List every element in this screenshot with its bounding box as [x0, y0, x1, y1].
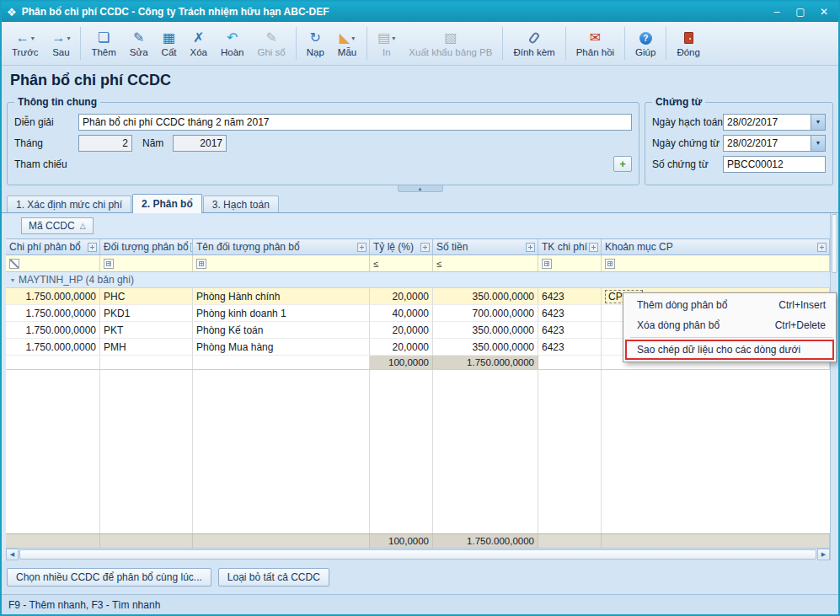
vertical-scrollbar: [830, 213, 838, 560]
menu-item-them-dong-phan-bo[interactable]: Thêm dòng phân bổ Ctrl+Insert: [625, 295, 834, 315]
window-controls: – ▢ ✕: [766, 4, 835, 19]
export-icon: ▧: [444, 29, 457, 46]
column-header[interactable]: Khoản mục CP: [602, 239, 830, 254]
ngay-chung-tu-field: ▼: [723, 135, 826, 152]
column-filter-icon[interactable]: [88, 243, 97, 252]
group-row[interactable]: ▾ MAYTINH_HP (4 bản ghi): [6, 272, 830, 288]
post-ledger-icon: ✎: [265, 29, 276, 46]
filter-row: ≤ ≤: [6, 255, 830, 272]
toolbar-button-xuat-khau-bang-pb: ▧ Xuất khẩu bảng PB: [402, 24, 499, 63]
filter-menu-icon[interactable]: [605, 259, 615, 269]
save-icon: ▦: [163, 29, 175, 46]
toolbar-button-hoan[interactable]: ↶ Hoàn: [214, 24, 251, 63]
back-icon: ←: [16, 29, 29, 46]
toolbar-button-dinh-kem[interactable]: Đính kèm: [506, 24, 561, 63]
column-filter-icon[interactable]: [357, 243, 366, 252]
maximize-button[interactable]: ▢: [789, 4, 811, 19]
filter-menu-icon[interactable]: [542, 259, 552, 269]
add-reference-button[interactable]: +: [613, 156, 632, 172]
reload-icon: ↻: [310, 29, 321, 46]
column-header[interactable]: TK chi phí: [538, 239, 602, 254]
splitter-collapse-button[interactable]: ▴: [398, 185, 443, 192]
tab-page-phan-bo: Mã CCDC △ Chi phí phân bổ Đối tượng phân…: [2, 212, 838, 560]
column-header[interactable]: Tên đối tượng phân bổ: [193, 239, 370, 254]
window-title: Phân bổ chi phí CCDC - Công ty Trách nhi…: [22, 6, 766, 18]
ngay-chung-tu-input[interactable]: [723, 135, 811, 152]
close-button[interactable]: ✕: [813, 4, 835, 19]
select-all-filter-icon[interactable]: [9, 259, 19, 269]
column-header[interactable]: Đối tượng phân bổ: [100, 239, 193, 254]
filter-menu-icon[interactable]: [104, 259, 114, 269]
toolbar-button-mau[interactable]: ◣▾ Mẫu: [331, 24, 363, 63]
filter-operator[interactable]: ≤: [373, 259, 378, 269]
filter-menu-icon[interactable]: [196, 259, 206, 269]
undo-icon: ↶: [227, 29, 238, 46]
group-collapse-icon[interactable]: ▾: [11, 276, 14, 284]
toolbar-button-phan-hoi[interactable]: ✉ Phản hồi: [570, 24, 621, 63]
toolbar-button-sau[interactable]: →▾ Sau: [45, 24, 77, 63]
column-filter-icon[interactable]: [817, 243, 827, 252]
ngay-hach-toan-label: Ngày hạch toán: [652, 116, 723, 128]
toolbar-button-ghi-so: ✎ Ghi sổ: [250, 24, 292, 63]
column-filter-icon[interactable]: [526, 243, 535, 252]
toolbar-button-giup[interactable]: ? Giúp: [629, 24, 662, 63]
toolbar-button-xoa[interactable]: ✗ Xóa: [184, 24, 214, 63]
tab-strip: 1. Xác định mức chi phí 2. Phân bổ 3. Hạ…: [2, 192, 838, 212]
menu-separator: [630, 337, 832, 338]
column-header[interactable]: Tỷ lệ (%): [370, 239, 433, 254]
toolbar-button-sua[interactable]: ✎ Sửa: [123, 24, 155, 63]
top-panels: Thông tin chung Diễn giải Tháng Năm Tham…: [2, 96, 838, 185]
toolbar-separator: [666, 27, 666, 60]
toolbar-button-dong[interactable]: Đóng: [670, 24, 707, 63]
date-dropdown-icon[interactable]: ▼: [811, 135, 826, 152]
column-header[interactable]: Số tiền: [433, 239, 538, 254]
delete-icon: ✗: [193, 29, 204, 46]
toolbar-button-truoc[interactable]: ←▾ Trước: [5, 24, 45, 63]
menu-item-xoa-dong-phan-bo[interactable]: Xóa dòng phân bổ Ctrl+Delete: [625, 315, 834, 335]
column-header[interactable]: Chi phí phân bổ: [6, 239, 100, 254]
column-filter-icon[interactable]: [420, 243, 430, 252]
ngay-hach-toan-input[interactable]: [723, 114, 811, 131]
toolbar-button-nap[interactable]: ↻ Nạp: [300, 24, 331, 63]
remove-all-ccdc-button[interactable]: Loại bỏ tất cả CCDC: [218, 568, 329, 587]
column-filter-icon[interactable]: [589, 243, 598, 252]
toolbar-button-cat[interactable]: ▦ Cất: [155, 24, 184, 63]
footer-actions: Chọn nhiều CCDC để phân bổ cùng lúc... L…: [2, 560, 838, 594]
filter-operator[interactable]: ≤: [436, 259, 441, 269]
thang-input[interactable]: [78, 135, 132, 152]
select-multiple-ccdc-button[interactable]: Chọn nhiều CCDC để phân bổ cùng lúc...: [7, 568, 211, 587]
horizontal-scrollbar: ◀ ▶: [6, 548, 830, 560]
minimize-button[interactable]: –: [766, 4, 788, 19]
nam-input[interactable]: [173, 135, 227, 152]
group-by-panel: Mã CCDC △: [6, 213, 830, 238]
so-chung-tu-input[interactable]: [723, 156, 826, 173]
scrollbar-thumb[interactable]: [832, 214, 837, 273]
title-bar[interactable]: ❖ Phân bổ chi phí CCDC - Công ty Trách n…: [2, 2, 838, 22]
add-document-icon: ❏: [98, 29, 110, 46]
tab-phan-bo[interactable]: 2. Phân bổ: [132, 194, 202, 213]
group-by-chip[interactable]: Mã CCDC △: [21, 217, 94, 234]
nam-label: Năm: [142, 137, 173, 149]
grid-empty-area: [6, 370, 830, 533]
context-menu: Thêm dòng phân bổ Ctrl+Insert Xóa dòng p…: [623, 292, 837, 362]
toolbar-separator: [296, 27, 297, 60]
thang-label: Tháng: [14, 137, 78, 149]
dropdown-caret-icon: ▾: [351, 35, 355, 42]
toolbar-button-them[interactable]: ❏ Thêm: [84, 24, 122, 63]
dropdown-caret-icon: ▾: [67, 35, 70, 42]
scroll-right-icon[interactable]: ▶: [817, 549, 830, 560]
date-dropdown-icon[interactable]: ▼: [811, 114, 826, 131]
scroll-left-icon[interactable]: ◀: [6, 549, 19, 560]
tab-xac-dinh-muc-chi-phi[interactable]: 1. Xác định mức chi phí: [7, 196, 131, 212]
toolbar-separator: [80, 27, 81, 60]
scrollbar-thumb[interactable]: [19, 549, 816, 560]
toolbar-separator: [366, 27, 367, 60]
feedback-mail-icon: ✉: [590, 29, 601, 46]
menu-item-sao-chep-du-lieu[interactable]: Sao chép dữ liệu cho các dòng dưới: [625, 340, 834, 360]
dien-giai-input[interactable]: [78, 114, 632, 131]
group-total-so-tien: 1.750.000,0000: [433, 356, 538, 369]
toolbar-separator: [624, 27, 625, 60]
tab-hach-toan[interactable]: 3. Hạch toán: [203, 196, 279, 212]
dropdown-caret-icon: ▾: [392, 35, 395, 42]
forward-icon: →: [51, 29, 65, 46]
